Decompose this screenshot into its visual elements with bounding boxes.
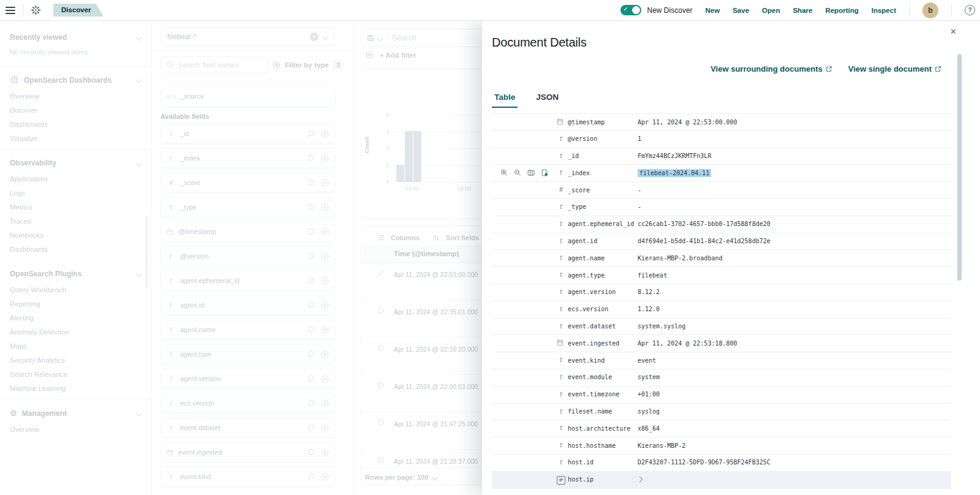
doc-field-name: host.hostname [568, 442, 616, 449]
doc-field-row-_type: t_type- [492, 199, 951, 216]
string-type-icon: t [557, 153, 565, 159]
doc-field-row-agent.version: tagent.version8.12.2 [492, 284, 951, 301]
new-discover-toggle[interactable]: ✓ [620, 5, 641, 15]
doc-field-row-host.ip: IPhost.ip [492, 472, 951, 489]
doc-field-row-event.kind: tevent.kindevent [492, 352, 951, 369]
calendar-icon [557, 118, 564, 125]
doc-field-value: cc26cab1-3702-4657-bbb0-17d588f8de20 [638, 221, 771, 227]
toggle-knob [632, 6, 640, 14]
doc-field-value: 1 [638, 135, 641, 142]
new-discover-toggle-label: New Discover [647, 6, 693, 15]
doc-field-row-_index: t_indexfilebeat-2024.04.11 [492, 165, 951, 182]
doc-field-name: event.dataset [568, 323, 616, 330]
doc-field-row-agent.ephemeral_id: tagent.ephemeral_idcc26cab1-3702-4657-bb… [492, 216, 951, 233]
string-type-icon: t [557, 391, 565, 398]
doc-field-row-event.timezone: tevent.timezone+01:00 [492, 387, 951, 404]
string-type-icon: t [557, 357, 565, 363]
doc-field-value: D2F43207-1112-5DFD-9D67-95BF24FB325C [638, 459, 771, 466]
close-icon[interactable]: ✕ [950, 27, 957, 36]
doc-field-value: 8.12.2 [638, 289, 660, 295]
divider [909, 4, 910, 17]
doc-field-row-@version: t@version1 [492, 131, 951, 148]
avatar[interactable]: b [922, 2, 938, 18]
doc-field-row-ecs.version: tecs.version1.12.0 [492, 301, 951, 319]
divider [23, 4, 23, 17]
topbar-link-reporting[interactable]: Reporting [825, 7, 858, 14]
doc-field-name: agent.id [568, 238, 597, 244]
doc-field-row-_id: t_idFmYmz44BCzJKRMTFn3LR [492, 148, 951, 165]
menu-icon[interactable] [6, 7, 15, 14]
doc-field-name: host.ip [568, 476, 594, 483]
doc-field-row-agent.type: tagent.typefilebeat [492, 267, 951, 284]
topbar-link-save[interactable]: Save [733, 7, 749, 14]
doc-field-row-host.architecture: thost.architecturex86_64 [492, 420, 951, 437]
string-type-icon: t [557, 221, 565, 227]
doc-field-value: 1.12.0 [638, 306, 660, 312]
topbar-link-share[interactable]: Share [793, 7, 812, 14]
doc-field-name: _type [568, 203, 586, 210]
string-type-icon: t [557, 323, 565, 330]
doc-field-name: event.ingested [568, 340, 619, 347]
doc-field-row-host.id: thost.idD2F43207-1112-5DFD-9D67-95BF24FB… [492, 455, 951, 472]
doc-field-value: x86_64 [638, 425, 660, 432]
doc-field-name: event.timezone [568, 391, 619, 398]
opensearch-discover-screen: Discover ✓ New Discover NewSaveOpenShare… [0, 0, 980, 495]
topbar-link-open[interactable]: Open [762, 7, 780, 14]
doc-field-row-host.hostname: thost.hostnameKierans-MBP-2 [492, 437, 951, 455]
view-single-document-link[interactable]: View single document [848, 64, 941, 74]
doc-field-value: d4f694e1-b5dd-41b1-84c2-e41d258db72e [638, 238, 771, 244]
doc-field-value: system [638, 374, 660, 380]
flyout-tabs: Table JSON [492, 89, 561, 108]
doc-field-value: filebeat-2024.04.11 [638, 170, 711, 176]
doc-field-name: host.architecture [568, 425, 630, 432]
doc-field-name: agent.ephemeral_id [568, 221, 634, 227]
filter-out-value-icon[interactable] [514, 169, 521, 176]
tab-table[interactable]: Table [492, 89, 518, 108]
doc-field-name: _id [568, 153, 579, 159]
expand-value-icon[interactable] [638, 476, 642, 483]
doc-field-value: Apr 11, 2024 @ 22:53:18.800 [638, 340, 737, 347]
doc-field-name: _score [568, 187, 590, 194]
help-icon[interactable]: ? [965, 5, 975, 15]
string-type-icon: t [557, 203, 565, 210]
document-details-flyout: ✕ Document Details View surrounding docu… [482, 20, 980, 495]
ip-type-icon: IP [557, 476, 565, 485]
calendar-icon [557, 339, 564, 346]
doc-field-value: syslog [638, 408, 660, 415]
doc-field-name: agent.name [568, 255, 605, 262]
string-type-icon: t [557, 289, 565, 295]
external-link-icon [935, 66, 941, 72]
doc-field-row-event.dataset: tevent.datasetsystem.syslog [492, 319, 951, 336]
view-surrounding-documents-link[interactable]: View surrounding documents [710, 64, 832, 74]
selected-text: filebeat-2024.04.11 [638, 169, 711, 177]
topbar-link-new[interactable]: New [706, 7, 720, 14]
doc-field-name: agent.type [568, 272, 605, 279]
divider [951, 4, 952, 17]
topbar-menu: NewSaveOpenShareReportingInspect [706, 7, 896, 14]
flyout-scrollbar[interactable] [957, 54, 962, 281]
app-tab-discover[interactable]: Discover [53, 4, 104, 17]
doc-field-row-@timestamp: @timestampApr 11, 2024 @ 22:53:00.000 [492, 114, 951, 131]
toggle-column-icon[interactable] [527, 169, 535, 176]
doc-field-value: - [638, 187, 641, 194]
doc-field-name: host.id [568, 459, 594, 466]
doc-field-value: system.syslog [638, 323, 685, 330]
opensearch-logo-icon[interactable] [31, 5, 41, 15]
link-label: View surrounding documents [710, 64, 823, 74]
doc-field-value: filebeat [638, 272, 667, 279]
tab-json[interactable]: JSON [533, 89, 561, 108]
doc-field-value: FmYmz44BCzJKRMTFn3LR [638, 153, 711, 159]
document-fields-table: @timestampApr 11, 2024 @ 22:53:00.000t@v… [492, 113, 951, 489]
check-icon: ✓ [624, 6, 628, 12]
doc-field-name: event.kind [568, 357, 605, 364]
string-type-icon: t [557, 135, 565, 142]
doc-field-value: - [638, 203, 641, 210]
flyout-title: Document Details [492, 36, 587, 50]
string-type-icon: t [557, 459, 565, 466]
link-label: View single document [848, 64, 932, 74]
doc-field-row-_score: #_score- [492, 182, 951, 199]
string-type-icon: t [557, 169, 565, 176]
filter-for-value-icon[interactable] [500, 169, 508, 176]
topbar-link-inspect[interactable]: Inspect [872, 7, 896, 14]
filter-field-present-icon[interactable] [541, 169, 548, 176]
